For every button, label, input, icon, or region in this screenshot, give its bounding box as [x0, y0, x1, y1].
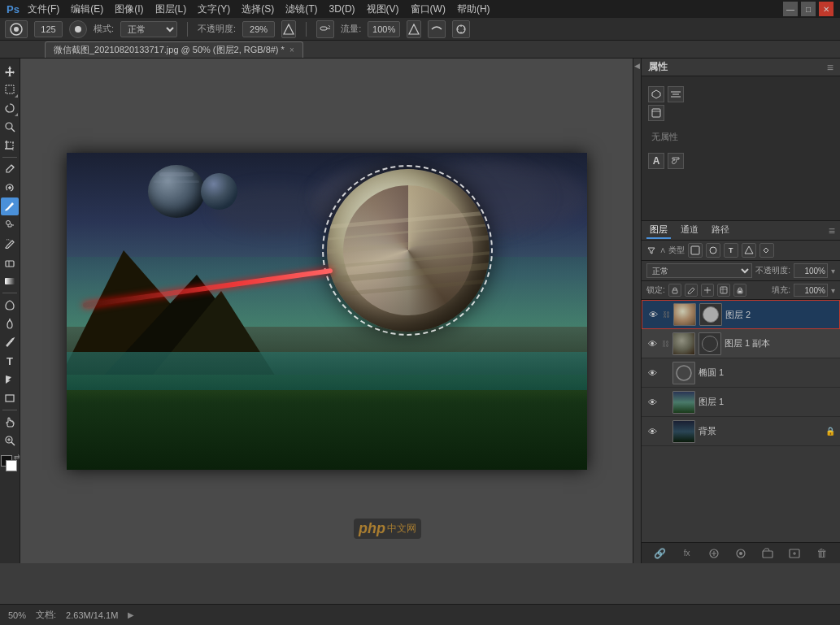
- opacity-input[interactable]: [242, 21, 275, 37]
- filter-smart-icon[interactable]: [759, 243, 774, 258]
- lock-artboard-button[interactable]: [717, 284, 730, 297]
- lock-all-button[interactable]: [733, 284, 746, 297]
- opacity-value-input[interactable]: [794, 263, 828, 278]
- color-picker[interactable]: ⇄: [1, 455, 19, 473]
- layer-item-0[interactable]: 👁 ⛓ 图层 2: [642, 300, 840, 329]
- new-adjustment-button[interactable]: [733, 546, 749, 561]
- brush-size-input[interactable]: [34, 21, 63, 37]
- svg-marker-6: [409, 24, 419, 34]
- opacity-text: 不透明度:: [755, 265, 790, 276]
- menu-select[interactable]: 选择(S): [238, 2, 277, 16]
- move-tool[interactable]: [1, 62, 19, 80]
- fill-value-input[interactable]: [794, 284, 828, 297]
- marquee-tool[interactable]: [1, 80, 19, 98]
- menu-layer[interactable]: 图层(L): [152, 2, 190, 16]
- tool-preset-button[interactable]: [5, 20, 28, 38]
- background-color[interactable]: [6, 460, 17, 471]
- layer-effects-button[interactable]: fx: [679, 546, 695, 561]
- airbrush-icon[interactable]: [316, 20, 334, 38]
- layers-menu-icon[interactable]: ≡: [829, 224, 835, 237]
- tab-paths[interactable]: 路径: [708, 222, 733, 239]
- mode-select[interactable]: 正常: [120, 21, 177, 37]
- shape-tool[interactable]: [1, 389, 19, 407]
- type-tool[interactable]: T: [1, 352, 19, 370]
- filter-toggle-icon[interactable]: [646, 245, 656, 255]
- maximize-button[interactable]: □: [801, 2, 816, 16]
- clone-stamp-tool[interactable]: [1, 216, 19, 234]
- lasso-tool[interactable]: [1, 99, 19, 117]
- minimize-button[interactable]: —: [783, 2, 798, 16]
- panel-collapse-button[interactable]: ◀: [633, 59, 641, 563]
- align-icon[interactable]: [668, 86, 684, 102]
- properties-menu-icon[interactable]: ≡: [827, 61, 833, 74]
- layer-style-icon[interactable]: [648, 105, 664, 121]
- menu-filter[interactable]: 滤镜(T): [282, 2, 320, 16]
- menu-text[interactable]: 文字(Y): [194, 2, 233, 16]
- filter-pixel-icon[interactable]: [688, 243, 703, 258]
- opacity-toggle[interactable]: [281, 20, 296, 38]
- tab-layers[interactable]: 图层: [646, 222, 671, 239]
- status-arrow-icon[interactable]: ▶: [128, 610, 134, 619]
- history-brush-tool[interactable]: [1, 235, 19, 253]
- pen-tool[interactable]: [1, 333, 19, 351]
- layer-thumbnail-1: [672, 332, 695, 355]
- flow-toggle[interactable]: [407, 20, 421, 38]
- layer-item-4[interactable]: 👁 背景 🔒: [642, 417, 840, 446]
- menu-image[interactable]: 图像(I): [111, 2, 146, 16]
- fill-dropdown-icon[interactable]: ▾: [831, 286, 835, 295]
- close-button[interactable]: ✕: [819, 2, 833, 16]
- svg-rect-47: [672, 290, 677, 293]
- layer-item-1[interactable]: 👁 ⛓ 图层 1 副本: [642, 329, 840, 358]
- document-tab[interactable]: 微信截图_20210820133717.jpg @ 50% (图层2, RGB/…: [45, 41, 303, 58]
- swap-colors-icon[interactable]: ⇄: [14, 453, 20, 461]
- brush-tool[interactable]: [1, 197, 19, 215]
- link-layers-button[interactable]: 🔗: [652, 546, 668, 561]
- menu-view[interactable]: 视图(V): [363, 2, 403, 16]
- filter-text-icon[interactable]: T: [724, 243, 738, 258]
- hand-tool[interactable]: [1, 413, 19, 431]
- new-group-button[interactable]: [759, 546, 776, 561]
- menu-file[interactable]: 文件(F): [24, 2, 63, 16]
- flow-input[interactable]: [368, 21, 400, 37]
- eyedropper-tool[interactable]: [1, 160, 19, 178]
- layer-item-3[interactable]: 👁 图层 1: [642, 388, 840, 417]
- zoom-tool[interactable]: [1, 432, 19, 449]
- eraser-tool[interactable]: [1, 254, 19, 271]
- delete-layer-button[interactable]: 🗑: [813, 546, 829, 561]
- layer-item-2[interactable]: 👁 椭圆 1: [642, 358, 840, 388]
- lock-position-button[interactable]: [701, 284, 714, 297]
- add-mask-button[interactable]: [706, 546, 722, 561]
- smoothing-icon[interactable]: [428, 20, 446, 38]
- blend-mode-select[interactable]: 正常: [646, 263, 752, 278]
- layer-visibility-2[interactable]: 👁: [646, 367, 658, 379]
- transform-icon[interactable]: [648, 86, 664, 102]
- crop-tool[interactable]: [1, 137, 19, 154]
- menu-window[interactable]: 窗口(W): [407, 2, 449, 16]
- svg-marker-33: [6, 375, 11, 384]
- filter-adjust-icon[interactable]: [706, 243, 720, 258]
- filter-shape-icon[interactable]: [742, 243, 756, 258]
- layer-visibility-3[interactable]: 👁: [646, 397, 658, 408]
- tab-channels[interactable]: 通道: [677, 222, 702, 239]
- lock-pixels-button[interactable]: [685, 284, 698, 297]
- menu-3d[interactable]: 3D(D): [326, 3, 359, 15]
- path-selection-tool[interactable]: [1, 371, 19, 388]
- layer-visibility-0[interactable]: 👁: [647, 309, 659, 320]
- dodge-tool[interactable]: [1, 315, 19, 332]
- divider-1: [187, 22, 188, 37]
- gradient-tool[interactable]: [1, 272, 19, 290]
- svg-rect-3: [320, 27, 327, 30]
- layer-visibility-4[interactable]: 👁: [646, 426, 658, 437]
- tab-close-button[interactable]: ×: [289, 46, 294, 54]
- opacity-dropdown-icon[interactable]: ▾: [831, 267, 835, 276]
- menu-help[interactable]: 帮助(H): [454, 2, 494, 16]
- healing-tool[interactable]: [1, 179, 19, 197]
- blur-tool[interactable]: [1, 296, 19, 314]
- layer-visibility-1[interactable]: 👁: [646, 338, 658, 349]
- properties-content: 无属性 A: [642, 76, 840, 220]
- menu-edit[interactable]: 编辑(E): [67, 2, 107, 16]
- new-layer-button[interactable]: [786, 546, 803, 561]
- lock-transparent-button[interactable]: [668, 284, 681, 297]
- extra-settings-icon[interactable]: [452, 20, 470, 38]
- quick-selection-tool[interactable]: [1, 118, 19, 136]
